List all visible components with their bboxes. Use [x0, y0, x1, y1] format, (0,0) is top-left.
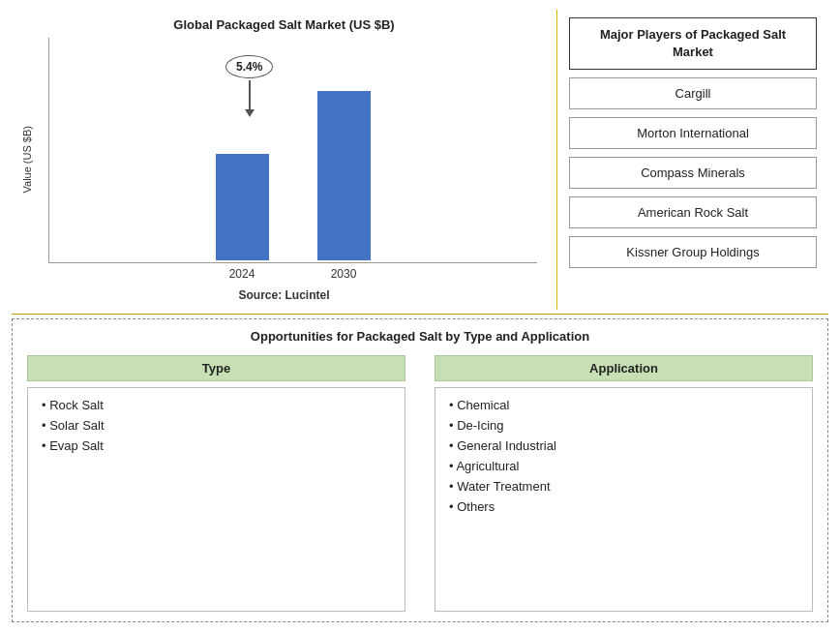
- bar-group-2030: [317, 91, 371, 260]
- main-container: Global Packaged Salt Market (US $B) Valu…: [0, 0, 840, 632]
- app-item-5: • Others: [449, 499, 798, 514]
- player-morton: Morton International: [569, 117, 817, 149]
- bottom-section: Opportunities for Packaged Salt by Type …: [12, 318, 828, 622]
- type-content: • Rock Salt • Solar Salt • Evap Salt: [27, 387, 405, 612]
- player-compass: Compass Minerals: [569, 157, 817, 189]
- players-panel: Major Players of Packaged Salt Market Ca…: [557, 10, 828, 310]
- player-american: American Rock Salt: [569, 196, 817, 228]
- y-axis-label: Value (US $B): [21, 126, 33, 194]
- bar-2024: [216, 154, 269, 260]
- type-item-2: • Evap Salt: [42, 438, 391, 453]
- x-label-2024: 2024: [216, 267, 269, 281]
- type-item-1: • Solar Salt: [42, 418, 391, 433]
- app-item-0: • Chemical: [449, 398, 798, 412]
- source-label: Source: Lucintel: [238, 288, 329, 302]
- players-title: Major Players of Packaged Salt Market: [569, 17, 817, 70]
- bar-2030: [317, 91, 371, 260]
- type-item-0: • Rock Salt: [42, 398, 391, 412]
- bar-group-2024: [216, 154, 269, 260]
- chart-panel: Global Packaged Salt Market (US $B) Valu…: [12, 10, 557, 310]
- chart-area: Value (US $B) 5.4%: [21, 38, 547, 281]
- application-header: Application: [435, 355, 813, 381]
- arrow-line: [249, 80, 251, 109]
- app-item-3: • Agricultural: [449, 459, 798, 473]
- top-section: Global Packaged Salt Market (US $B) Valu…: [12, 10, 828, 310]
- player-kissner: Kissner Group Holdings: [569, 236, 817, 268]
- app-item-4: • Water Treatment: [449, 479, 798, 494]
- x-axis-labels: 2024 2030: [48, 263, 537, 281]
- type-column: Type • Rock Salt • Solar Salt • Evap Sal…: [27, 355, 405, 612]
- bottom-columns: Type • Rock Salt • Solar Salt • Evap Sal…: [27, 355, 813, 612]
- annotation: 5.4%: [225, 55, 273, 117]
- type-header: Type: [27, 355, 405, 381]
- bars-container: 5.4%: [48, 38, 537, 263]
- chart-title: Global Packaged Salt Market (US $B): [173, 17, 394, 32]
- section-divider: [12, 314, 828, 315]
- annotation-bubble: 5.4%: [225, 55, 273, 78]
- app-item-2: • General Industrial: [449, 438, 798, 453]
- x-label-2030: 2030: [317, 267, 371, 281]
- player-cargill: Cargill: [569, 77, 817, 109]
- application-column: Application • Chemical • De-Icing • Gene…: [435, 355, 813, 612]
- chart-inner: 5.4% 2024 2030: [39, 38, 547, 281]
- application-content: • Chemical • De-Icing • General Industri…: [435, 387, 813, 612]
- bottom-title: Opportunities for Packaged Salt by Type …: [27, 329, 813, 344]
- app-item-1: • De-Icing: [449, 418, 798, 433]
- arrow-head: [245, 109, 255, 117]
